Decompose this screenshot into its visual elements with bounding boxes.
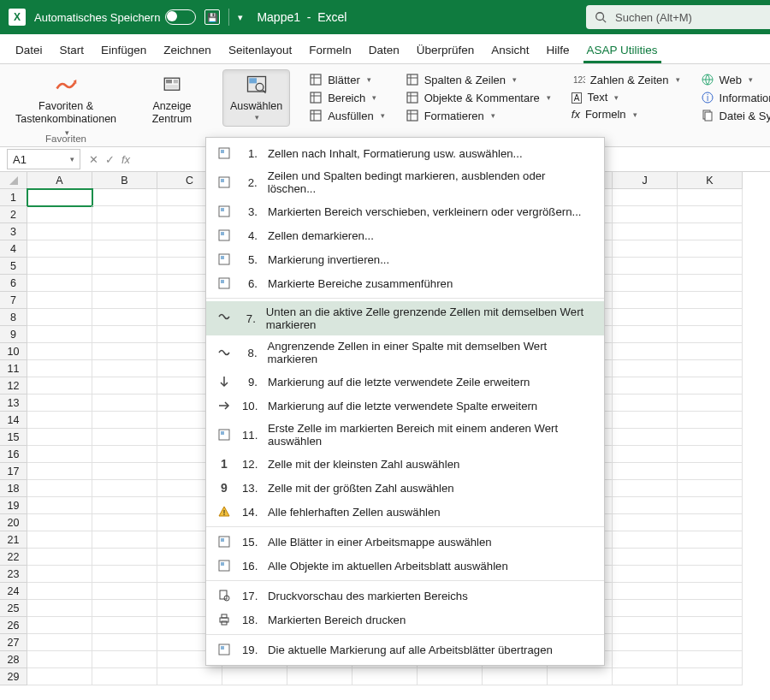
row-header[interactable]: 10 <box>0 343 27 360</box>
cell[interactable] <box>678 206 743 223</box>
cell[interactable] <box>613 309 678 326</box>
menu-item-11[interactable]: 11.Erste Zelle im markierten Bereich mit… <box>206 418 604 452</box>
cell[interactable] <box>27 549 92 566</box>
cell[interactable] <box>678 275 743 292</box>
menu-item-6[interactable]: 6.Markierte Bereiche zusammenführen <box>206 271 604 295</box>
toggle-off-icon[interactable] <box>165 9 196 25</box>
cell[interactable] <box>613 480 678 497</box>
fx-icon[interactable]: fx <box>121 153 130 166</box>
cell[interactable] <box>92 549 157 566</box>
cell[interactable] <box>613 206 678 223</box>
cell[interactable] <box>92 360 157 377</box>
cell[interactable] <box>678 600 743 617</box>
cell[interactable] <box>27 634 92 651</box>
ribbon-informationen[interactable]: iInformationen▾ <box>699 90 770 105</box>
cell[interactable] <box>27 292 92 309</box>
tab-daten[interactable]: Daten <box>360 39 408 63</box>
cell[interactable] <box>613 412 678 429</box>
cell[interactable] <box>678 292 743 309</box>
menu-item-1[interactable]: 1.Zellen nach Inhalt, Formatierung usw. … <box>206 141 604 165</box>
cell[interactable] <box>27 223 92 240</box>
row-header[interactable]: 19 <box>0 497 27 514</box>
cell[interactable] <box>27 668 92 685</box>
cell[interactable] <box>613 240 678 258</box>
cell[interactable] <box>27 309 92 326</box>
column-header[interactable]: A <box>27 172 92 189</box>
cell[interactable] <box>27 343 92 360</box>
tab-hilfe[interactable]: Hilfe <box>538 39 578 63</box>
cell[interactable] <box>92 566 157 583</box>
chevron-down-icon[interactable]: ▾ <box>70 155 74 163</box>
cell[interactable] <box>678 189 743 206</box>
cell[interactable] <box>352 668 418 685</box>
cell[interactable] <box>613 531 678 549</box>
cell[interactable] <box>613 360 678 377</box>
cell[interactable] <box>613 275 678 292</box>
row-header[interactable]: 21 <box>0 531 27 549</box>
cell[interactable] <box>92 651 157 668</box>
row-header[interactable]: 25 <box>0 600 27 617</box>
cell[interactable] <box>27 206 92 223</box>
cell[interactable] <box>613 566 678 583</box>
menu-item-5[interactable]: 5.Markierung invertieren... <box>206 247 604 271</box>
cell[interactable] <box>678 668 743 685</box>
cell[interactable] <box>92 429 157 446</box>
cell[interactable] <box>678 258 743 275</box>
cell[interactable] <box>27 326 92 343</box>
ribbon-objekte-kommentare[interactable]: Objekte & Kommentare▾ <box>404 90 553 105</box>
cell[interactable] <box>92 531 157 549</box>
row-header[interactable]: 24 <box>0 583 27 600</box>
row-header[interactable]: 22 <box>0 549 27 566</box>
cell[interactable] <box>92 189 157 206</box>
cell[interactable] <box>27 480 92 497</box>
ribbon-bereich[interactable]: Bereich▾ <box>307 90 386 105</box>
cell[interactable] <box>27 377 92 394</box>
cell[interactable] <box>678 223 743 240</box>
cell[interactable] <box>678 480 743 497</box>
cell[interactable] <box>678 240 743 258</box>
cell[interactable] <box>613 343 678 360</box>
tab-einfügen[interactable]: Einfügen <box>92 39 155 63</box>
row-header[interactable]: 14 <box>0 412 27 429</box>
cell[interactable] <box>678 497 743 514</box>
cell[interactable] <box>27 514 92 531</box>
cell[interactable] <box>678 617 743 634</box>
ribbon-zahlen-zeiten[interactable]: 123Zahlen & Zeiten▾ <box>570 72 682 87</box>
cell[interactable] <box>27 394 92 412</box>
cell[interactable] <box>92 258 157 275</box>
cell[interactable] <box>157 668 222 685</box>
cell[interactable] <box>27 275 92 292</box>
cell[interactable] <box>92 275 157 292</box>
row-header[interactable]: 8 <box>0 309 27 326</box>
cell[interactable] <box>27 600 92 617</box>
cell[interactable] <box>92 600 157 617</box>
cell[interactable] <box>678 514 743 531</box>
cell[interactable] <box>548 668 613 685</box>
row-header[interactable]: 29 <box>0 668 27 685</box>
menu-item-9[interactable]: 9.Markierung auf die letzte verwendete Z… <box>206 370 604 394</box>
cell[interactable] <box>92 463 157 480</box>
cell[interactable] <box>27 531 92 549</box>
cell[interactable] <box>613 377 678 394</box>
cell[interactable] <box>678 412 743 429</box>
menu-item-10[interactable]: 10.Markierung auf die letzte verwendete … <box>206 394 604 418</box>
tab-ansicht[interactable]: Ansicht <box>483 39 537 63</box>
menu-item-8[interactable]: 8.Angrenzende Zellen in einer Spalte mit… <box>206 335 604 370</box>
cell[interactable] <box>92 343 157 360</box>
cell[interactable] <box>92 309 157 326</box>
ribbon-ausf-llen[interactable]: Ausfüllen▾ <box>307 108 386 123</box>
menu-item-16[interactable]: 16.Alle Objekte im aktuellen Arbeitsblat… <box>206 554 604 578</box>
cell[interactable] <box>92 583 157 600</box>
cell[interactable] <box>92 206 157 223</box>
row-header[interactable]: 7 <box>0 292 27 309</box>
cell[interactable] <box>678 463 743 480</box>
cell[interactable] <box>27 583 92 600</box>
cell[interactable] <box>27 463 92 480</box>
menu-item-12[interactable]: 112.Zelle mit der kleinsten Zahl auswähl… <box>206 452 604 476</box>
menu-item-18[interactable]: 18.Markierten Bereich drucken <box>206 608 604 632</box>
cell[interactable] <box>27 412 92 429</box>
tab-zeichnen[interactable]: Zeichnen <box>155 39 220 63</box>
cell[interactable] <box>287 668 352 685</box>
ribbon-formeln[interactable]: fxFormeln▾ <box>570 107 682 122</box>
row-header[interactable]: 17 <box>0 463 27 480</box>
